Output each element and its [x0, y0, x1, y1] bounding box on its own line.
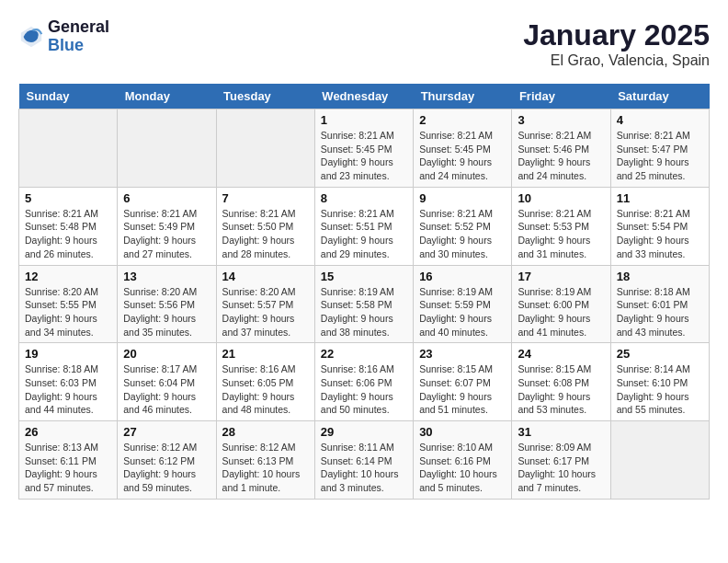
day-number: 31 [518, 425, 604, 439]
calendar-header-row: SundayMondayTuesdayWednesdayThursdayFrid… [19, 84, 710, 109]
day-info: Sunrise: 8:12 AM Sunset: 6:13 PM Dayligh… [222, 441, 309, 495]
calendar-title: January 2025 [523, 18, 710, 52]
calendar-cell: 16Sunrise: 8:19 AM Sunset: 5:59 PM Dayli… [414, 265, 512, 343]
calendar-cell: 18Sunrise: 8:18 AM Sunset: 6:01 PM Dayli… [610, 265, 709, 343]
day-info: Sunrise: 8:20 AM Sunset: 5:55 PM Dayligh… [25, 285, 111, 339]
day-info: Sunrise: 8:21 AM Sunset: 5:47 PM Dayligh… [617, 129, 703, 183]
calendar-cell: 7Sunrise: 8:21 AM Sunset: 5:50 PM Daylig… [216, 187, 314, 265]
day-info: Sunrise: 8:15 AM Sunset: 6:07 PM Dayligh… [419, 362, 506, 417]
day-info: Sunrise: 8:16 AM Sunset: 6:06 PM Dayligh… [321, 362, 407, 417]
day-number: 3 [518, 113, 604, 127]
day-info: Sunrise: 8:21 AM Sunset: 5:54 PM Dayligh… [617, 207, 703, 261]
day-number: 12 [25, 270, 111, 283]
day-number: 6 [123, 191, 210, 205]
day-number: 30 [419, 425, 506, 439]
calendar-week-1: 1Sunrise: 8:21 AM Sunset: 5:45 PM Daylig… [19, 109, 710, 188]
day-number: 14 [222, 270, 309, 283]
calendar-cell: 21Sunrise: 8:16 AM Sunset: 6:05 PM Dayli… [216, 343, 314, 421]
calendar-cell: 27Sunrise: 8:12 AM Sunset: 6:12 PM Dayli… [118, 421, 216, 500]
calendar-cell: 23Sunrise: 8:15 AM Sunset: 6:07 PM Dayli… [414, 343, 512, 421]
calendar-cell: 10Sunrise: 8:21 AM Sunset: 5:53 PM Dayli… [512, 187, 610, 265]
day-number: 21 [222, 347, 309, 361]
day-info: Sunrise: 8:21 AM Sunset: 5:52 PM Dayligh… [419, 207, 506, 261]
day-info: Sunrise: 8:21 AM Sunset: 5:50 PM Dayligh… [222, 207, 309, 261]
logo: General Blue [18, 18, 109, 55]
day-number: 1 [321, 113, 407, 127]
calendar-cell: 30Sunrise: 8:10 AM Sunset: 6:16 PM Dayli… [414, 421, 512, 500]
calendar-cell [216, 109, 314, 188]
header: General Blue January 2025 El Grao, Valen… [18, 18, 710, 69]
calendar-week-4: 19Sunrise: 8:18 AM Sunset: 6:03 PM Dayli… [19, 343, 710, 421]
calendar-week-5: 26Sunrise: 8:13 AM Sunset: 6:11 PM Dayli… [19, 421, 710, 500]
calendar-cell: 25Sunrise: 8:14 AM Sunset: 6:10 PM Dayli… [610, 343, 709, 421]
column-header-monday: Monday [118, 84, 216, 109]
day-number: 22 [321, 347, 407, 361]
day-info: Sunrise: 8:19 AM Sunset: 5:58 PM Dayligh… [321, 285, 407, 339]
day-info: Sunrise: 8:18 AM Sunset: 6:03 PM Dayligh… [25, 362, 111, 417]
column-header-tuesday: Tuesday [216, 84, 314, 109]
calendar-cell: 12Sunrise: 8:20 AM Sunset: 5:55 PM Dayli… [19, 265, 118, 343]
day-number: 29 [321, 425, 407, 439]
calendar-cell: 22Sunrise: 8:16 AM Sunset: 6:06 PM Dayli… [314, 343, 413, 421]
day-number: 20 [123, 347, 210, 361]
calendar-cell [610, 421, 709, 500]
day-info: Sunrise: 8:21 AM Sunset: 5:49 PM Dayligh… [123, 207, 210, 261]
day-info: Sunrise: 8:15 AM Sunset: 6:08 PM Dayligh… [518, 362, 604, 417]
calendar-cell: 5Sunrise: 8:21 AM Sunset: 5:48 PM Daylig… [19, 187, 118, 265]
calendar-cell: 28Sunrise: 8:12 AM Sunset: 6:13 PM Dayli… [216, 421, 314, 500]
day-number: 7 [222, 191, 309, 205]
calendar-cell [19, 109, 118, 188]
column-header-saturday: Saturday [610, 84, 709, 109]
calendar-week-2: 5Sunrise: 8:21 AM Sunset: 5:48 PM Daylig… [19, 187, 710, 265]
calendar-cell: 8Sunrise: 8:21 AM Sunset: 5:51 PM Daylig… [314, 187, 413, 265]
day-number: 28 [222, 425, 309, 439]
column-header-thursday: Thursday [414, 84, 512, 109]
logo-blue: Blue [48, 37, 109, 55]
calendar-subtitle: El Grao, Valencia, Spain [523, 52, 710, 69]
calendar-cell: 6Sunrise: 8:21 AM Sunset: 5:49 PM Daylig… [118, 187, 216, 265]
day-info: Sunrise: 8:14 AM Sunset: 6:10 PM Dayligh… [617, 362, 703, 417]
day-info: Sunrise: 8:21 AM Sunset: 5:53 PM Dayligh… [518, 207, 604, 261]
calendar-cell: 15Sunrise: 8:19 AM Sunset: 5:58 PM Dayli… [314, 265, 413, 343]
calendar-cell: 20Sunrise: 8:17 AM Sunset: 6:04 PM Dayli… [118, 343, 216, 421]
day-number: 19 [25, 347, 111, 361]
day-info: Sunrise: 8:21 AM Sunset: 5:48 PM Dayligh… [25, 207, 111, 261]
day-info: Sunrise: 8:18 AM Sunset: 6:01 PM Dayligh… [617, 285, 703, 339]
day-number: 10 [518, 191, 604, 205]
column-header-friday: Friday [512, 84, 610, 109]
calendar-week-3: 12Sunrise: 8:20 AM Sunset: 5:55 PM Dayli… [19, 265, 710, 343]
day-number: 4 [617, 113, 703, 127]
day-number: 2 [419, 113, 506, 127]
calendar-cell: 4Sunrise: 8:21 AM Sunset: 5:47 PM Daylig… [610, 109, 709, 188]
calendar-cell: 19Sunrise: 8:18 AM Sunset: 6:03 PM Dayli… [19, 343, 118, 421]
day-info: Sunrise: 8:21 AM Sunset: 5:46 PM Dayligh… [518, 129, 604, 183]
day-number: 26 [25, 425, 111, 439]
calendar-cell: 9Sunrise: 8:21 AM Sunset: 5:52 PM Daylig… [414, 187, 512, 265]
day-number: 27 [123, 425, 210, 439]
day-info: Sunrise: 8:21 AM Sunset: 5:51 PM Dayligh… [321, 207, 407, 261]
calendar-cell [118, 109, 216, 188]
calendar-cell: 11Sunrise: 8:21 AM Sunset: 5:54 PM Dayli… [610, 187, 709, 265]
calendar-cell: 13Sunrise: 8:20 AM Sunset: 5:56 PM Dayli… [118, 265, 216, 343]
title-area: January 2025 El Grao, Valencia, Spain [523, 18, 710, 69]
day-info: Sunrise: 8:12 AM Sunset: 6:12 PM Dayligh… [123, 441, 210, 495]
day-number: 24 [518, 347, 604, 361]
day-number: 5 [25, 191, 111, 205]
calendar-body: 1Sunrise: 8:21 AM Sunset: 5:45 PM Daylig… [19, 109, 710, 500]
day-info: Sunrise: 8:16 AM Sunset: 6:05 PM Dayligh… [222, 362, 309, 417]
day-number: 18 [617, 270, 703, 283]
calendar-cell: 2Sunrise: 8:21 AM Sunset: 5:45 PM Daylig… [414, 109, 512, 188]
day-info: Sunrise: 8:10 AM Sunset: 6:16 PM Dayligh… [419, 441, 506, 495]
day-number: 17 [518, 270, 604, 283]
day-info: Sunrise: 8:13 AM Sunset: 6:11 PM Dayligh… [25, 441, 111, 495]
calendar-cell: 14Sunrise: 8:20 AM Sunset: 5:57 PM Dayli… [216, 265, 314, 343]
day-number: 15 [321, 270, 407, 283]
calendar-cell: 29Sunrise: 8:11 AM Sunset: 6:14 PM Dayli… [314, 421, 413, 500]
day-info: Sunrise: 8:09 AM Sunset: 6:17 PM Dayligh… [518, 441, 604, 495]
day-number: 8 [321, 191, 407, 205]
day-info: Sunrise: 8:21 AM Sunset: 5:45 PM Dayligh… [321, 129, 407, 183]
day-number: 11 [617, 191, 703, 205]
day-info: Sunrise: 8:19 AM Sunset: 5:59 PM Dayligh… [419, 285, 506, 339]
day-number: 13 [123, 270, 210, 283]
day-number: 25 [617, 347, 703, 361]
